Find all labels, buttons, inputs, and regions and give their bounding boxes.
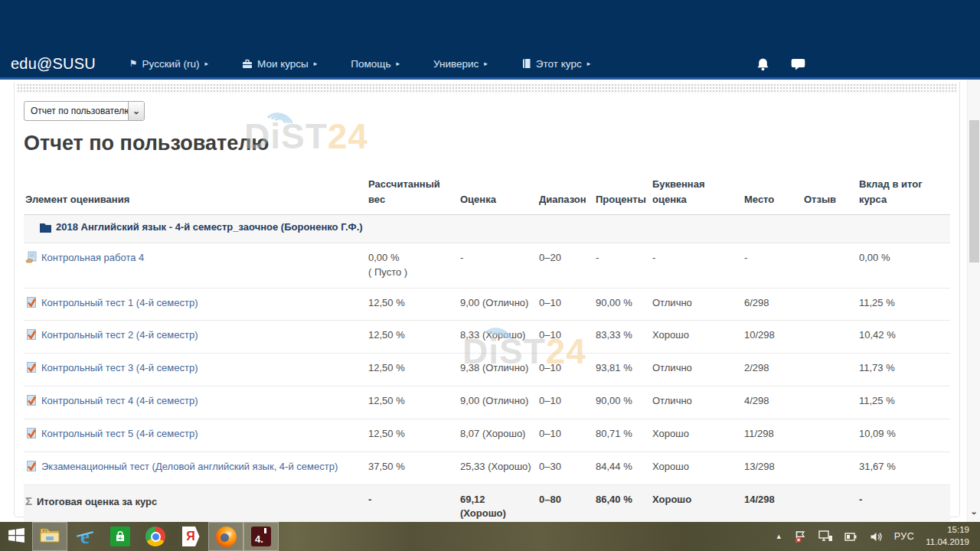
screen: edu@SUSU ⚑ Русский (ru) ▸ Мои курсы ▸ По… <box>0 0 980 551</box>
col-header-rank: Место <box>743 174 802 215</box>
col-header-percent: Проценты <box>594 174 651 215</box>
activity-link[interactable]: Контрольный тест 4 (4-й семестр) <box>41 395 198 406</box>
firefox-button[interactable] <box>208 522 243 551</box>
cell-range: 0–10 <box>537 321 594 354</box>
yandex-icon: Я <box>182 527 200 546</box>
action-center-flag-icon[interactable] <box>794 530 807 543</box>
total-letter: Хорошо <box>651 484 743 522</box>
nav-item-univeris[interactable]: Универис ▸ <box>433 58 488 70</box>
cell-contribution: 11,25 % <box>858 386 950 419</box>
cell-weight: 12,50 % <box>368 427 454 442</box>
cell-percent: 93,81 % <box>594 354 651 386</box>
yandex-browser-button[interactable]: Я <box>173 522 208 551</box>
total-weight: - <box>367 484 459 522</box>
cell-grade: 8,07 (Хорошо) <box>460 427 533 442</box>
network-icon[interactable] <box>818 530 833 543</box>
cell-letter: Отлично <box>651 288 743 321</box>
messages-chat-icon[interactable] <box>791 57 805 71</box>
cell-range: 0–10 <box>537 354 594 386</box>
cell-percent: 84,44 % <box>594 452 651 484</box>
table-row: Контрольный тест 4 (4-й семестр) 12,50 %… <box>24 386 950 419</box>
cell-percent: - <box>594 243 651 288</box>
nav-item-language[interactable]: ⚑ Русский (ru) ▸ <box>129 58 208 70</box>
cell-weight: 12,50 % <box>368 296 454 311</box>
cell-grade: 9,38 (Отлично) <box>460 361 533 376</box>
quiz-icon <box>25 427 38 444</box>
nav-item-help[interactable]: Помощь ▸ <box>351 58 400 70</box>
cell-rank: 10/298 <box>743 321 802 354</box>
cell-rank: 13/298 <box>743 452 802 484</box>
assignment-icon <box>25 251 38 268</box>
battery-icon[interactable] <box>844 531 858 543</box>
cell-contribution: 10,09 % <box>858 419 950 452</box>
cell-letter: Хорошо <box>651 321 743 354</box>
table-row: Контрольная работа 4 0,00 %( Пусто ) - 0… <box>24 243 950 288</box>
scrollbar-thumb[interactable] <box>969 120 979 262</box>
clock-date: 11.04.2019 <box>926 537 969 546</box>
col-header-weight: Рассчитанный вес <box>367 174 459 215</box>
language-indicator[interactable]: РУС <box>894 531 915 542</box>
col-header-grade: Оценка <box>459 174 537 215</box>
grade-table-body: Контрольная работа 4 0,00 %( Пусто ) - 0… <box>24 243 950 484</box>
volume-icon[interactable] <box>870 531 883 543</box>
activity-link[interactable]: Контрольный тест 5 (4-й семестр) <box>41 428 198 439</box>
cell-contribution: 11,25 % <box>858 288 950 321</box>
notifications-bell-icon[interactable] <box>756 57 769 71</box>
nav-item-my-courses[interactable]: Мои курсы ▸ <box>242 58 317 70</box>
report-type-select[interactable]: Отчет по пользователю ⌄ <box>24 101 145 121</box>
activity-link[interactable]: Экзаменационный тест (Деловой английский… <box>41 461 338 472</box>
book-icon <box>521 58 531 69</box>
browser-viewport: edu@SUSU ⚑ Русский (ru) ▸ Мои курсы ▸ По… <box>0 0 980 522</box>
table-header-row: Элемент оценивания Рассчитанный вес Оцен… <box>24 174 950 215</box>
table-row: Контрольный тест 2 (4-й семестр) 12,50 %… <box>24 321 950 354</box>
nav-item-this-course[interactable]: Этот курс ▸ <box>521 58 590 70</box>
cell-percent: 90,00 % <box>594 386 651 419</box>
table-row: Контрольный тест 5 (4-й семестр) 12,50 %… <box>24 419 950 452</box>
activity-link[interactable]: Контрольный тест 3 (4-й семестр) <box>41 362 198 373</box>
file-explorer-button[interactable] <box>32 522 67 551</box>
total-contribution: - <box>858 484 950 522</box>
activity-link[interactable]: Контрольная работа 4 <box>41 252 144 263</box>
caret-right-icon: ▸ <box>484 60 488 67</box>
cell-rank: 11/298 <box>743 419 802 452</box>
chrome-button[interactable] <box>138 522 173 551</box>
cell-contribution: 31,67 % <box>858 452 950 484</box>
cell-rank: 2/298 <box>743 354 802 386</box>
total-percent: 86,40 % <box>594 484 651 522</box>
category-title: 2018 Английский язык - 4-й семестр_заочн… <box>56 221 363 233</box>
cell-contribution: 11,73 % <box>858 354 950 386</box>
start-button[interactable] <box>0 522 32 551</box>
cell-feedback <box>802 354 858 386</box>
quiz-icon <box>25 361 38 378</box>
tray-expand-icon[interactable]: ▲ <box>776 533 782 540</box>
total-grade-word: (Хорошо) <box>460 507 533 521</box>
site-logo[interactable]: edu@SUSU <box>11 55 96 73</box>
vertical-scrollbar[interactable]: ⌄ <box>967 80 980 522</box>
nav-item-label: Универис <box>433 58 479 70</box>
navbar-menu: ⚑ Русский (ru) ▸ Мои курсы ▸ Помощь ▸ <box>129 58 590 70</box>
table-row: Контрольный тест 3 (4-й семестр) 12,50 %… <box>24 354 950 386</box>
activity-link[interactable]: Контрольный тест 2 (4-й семестр) <box>41 329 198 341</box>
app-4game-button[interactable]: 4. <box>243 522 279 551</box>
internet-explorer-button[interactable]: e <box>67 522 103 551</box>
col-header-contribution: Вклад в итог курса <box>858 174 950 215</box>
cell-contribution: 10,42 % <box>858 321 950 354</box>
quiz-icon <box>25 460 38 477</box>
scroll-down-arrow[interactable]: ⌄ <box>968 507 980 516</box>
total-grade: 69,12 <box>460 493 533 507</box>
chevron-down-icon: ⌄ <box>128 102 144 120</box>
cell-weight: 12,50 % <box>368 394 454 409</box>
activity-link[interactable]: Контрольный тест 1 (4-й семестр) <box>41 297 198 308</box>
caret-right-icon: ▸ <box>587 60 591 67</box>
cell-rank: 6/298 <box>743 288 802 321</box>
windows-store-button[interactable] <box>103 522 138 551</box>
total-range: 0–80 <box>537 484 594 522</box>
taskbar: e Я 4. ▲ РУС 15:19 11.04.2019 <box>0 522 980 551</box>
total-rank: 14/298 <box>743 484 802 522</box>
cell-grade: 8,33 (Хорошо) <box>460 328 533 343</box>
taskbar-clock[interactable]: 15:19 11.04.2019 <box>926 524 972 548</box>
cell-grade: 9,00 (Отлично) <box>460 296 533 311</box>
cell-feedback <box>802 321 858 354</box>
content-card: Отчет по пользователю ⌄ Отчет по пользов… <box>14 82 960 517</box>
cell-letter: - <box>651 243 743 288</box>
